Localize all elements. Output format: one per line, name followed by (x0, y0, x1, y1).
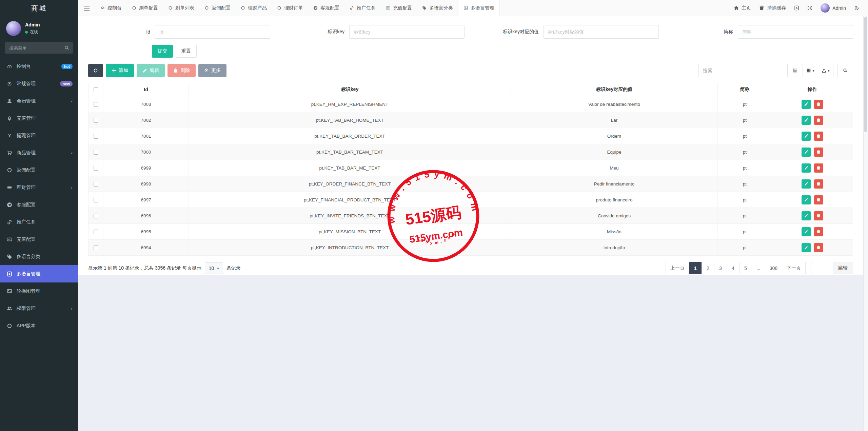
fullscreen-button[interactable] (807, 5, 812, 11)
columns-button[interactable]: ▾ (803, 64, 818, 77)
nav-tab[interactable]: 刷单列表 (163, 0, 199, 16)
nav-tab[interactable]: 推广任务 (344, 0, 381, 16)
translate-icon (7, 271, 12, 277)
sidebar-item[interactable]: 提现管理 (0, 127, 78, 144)
sidebar-item[interactable]: 控制台 hot (0, 58, 78, 75)
home-button[interactable]: 主页 (734, 5, 751, 11)
row-edit-button[interactable] (802, 116, 811, 125)
sidebar-item[interactable]: 客服配置 (0, 196, 78, 213)
row-edit-button[interactable] (802, 211, 811, 220)
page-number-button[interactable]: 2 (702, 262, 714, 274)
page-number-button[interactable]: 5 (739, 262, 752, 274)
row-checkbox[interactable] (94, 118, 98, 123)
table-row: 6995 pt,KEY_MISSION_BTN_TEXT Missão pt (88, 224, 853, 240)
filter-input[interactable] (738, 25, 853, 39)
detail-view-button[interactable] (787, 64, 803, 77)
sidebar-item[interactable]: 推广任务 (0, 213, 78, 231)
row-delete-button[interactable] (814, 211, 823, 220)
delete-button[interactable]: 删除 (167, 64, 196, 77)
nav-tab[interactable]: 多语言分类 (417, 0, 458, 16)
sidebar-item[interactable]: 多语言分类 (0, 248, 78, 265)
row-checkbox[interactable] (94, 102, 98, 107)
nav-tab[interactable]: 返佣配置 (199, 0, 236, 16)
sidebar-item[interactable]: 充值管理 (0, 110, 78, 127)
row-delete-button[interactable] (814, 132, 823, 141)
filter-input[interactable] (155, 25, 270, 39)
page-number-button[interactable]: 3 (714, 262, 727, 274)
row-edit-button[interactable] (802, 148, 811, 157)
translate-button[interactable] (794, 5, 799, 11)
page-number-button[interactable]: 306 (765, 262, 782, 274)
sidebar-item[interactable]: 充值配置 (0, 231, 78, 248)
row-delete-button[interactable] (814, 116, 823, 125)
sidebar-item[interactable]: 商品管理 ‹ (0, 144, 78, 161)
user-menu[interactable]: Admin (821, 3, 846, 13)
chevron-left-icon: ‹ (71, 184, 73, 190)
row-checkbox[interactable] (94, 198, 98, 202)
sidebar-search-input[interactable] (5, 42, 73, 54)
scrollbar-thumb[interactable] (864, 17, 867, 132)
row-edit-button[interactable] (802, 100, 811, 109)
sidebar-item[interactable]: APP版本 (0, 317, 78, 334)
row-delete-button[interactable] (814, 195, 823, 204)
row-edit-button[interactable] (802, 195, 811, 204)
export-button[interactable]: ▾ (818, 64, 833, 77)
row-checkbox[interactable] (94, 150, 98, 155)
nav-tab[interactable]: 多语言管理 (458, 0, 500, 16)
nav-tab[interactable]: 刷单配置 (127, 0, 163, 16)
table-search-input[interactable] (698, 64, 783, 77)
row-delete-button[interactable] (814, 227, 823, 236)
nav-tab[interactable]: 客服配置 (308, 0, 344, 16)
submit-button[interactable]: 提交 (152, 45, 173, 58)
nav-tab[interactable]: 理财产品 (236, 0, 272, 16)
per-page-select[interactable]: 10 ▴ (205, 262, 223, 274)
row-checkbox[interactable] (94, 166, 98, 171)
page-number-button[interactable]: 1 (689, 262, 702, 274)
row-delete-button[interactable] (814, 179, 823, 189)
row-edit-button[interactable] (802, 243, 811, 252)
row-checkbox[interactable] (94, 214, 98, 218)
settings-button[interactable] (854, 5, 859, 11)
page-number-button[interactable]: 4 (727, 262, 739, 274)
sidebar-item[interactable]: 多语言管理 (0, 265, 78, 282)
row-checkbox[interactable] (94, 134, 98, 139)
jump-button[interactable]: 跳转 (833, 262, 853, 274)
refresh-button[interactable] (88, 64, 103, 77)
row-delete-button[interactable] (814, 243, 823, 252)
reset-button[interactable]: 重置 (176, 45, 197, 58)
scrollbar[interactable] (863, 16, 868, 431)
edit-button[interactable]: 编辑 (137, 64, 165, 77)
row-edit-button[interactable] (802, 179, 811, 189)
row-delete-button[interactable] (814, 163, 823, 173)
hamburger-menu-icon[interactable] (78, 0, 95, 16)
row-delete-button[interactable] (814, 100, 823, 109)
sidebar-item[interactable]: 返佣配置 (0, 161, 78, 179)
sidebar-item[interactable]: 会员管理 ‹ (0, 92, 78, 110)
row-edit-button[interactable] (802, 132, 811, 141)
prev-page-button[interactable]: 上一页 (666, 262, 689, 274)
nav-tab[interactable]: 控制台 (95, 0, 127, 16)
row-checkbox[interactable] (94, 182, 98, 187)
sidebar-item[interactable]: 常规管理 new (0, 75, 78, 92)
page-number-button[interactable]: ... (752, 262, 765, 274)
filter-input[interactable] (349, 25, 465, 39)
search-toggle-button[interactable] (837, 64, 853, 77)
sidebar-item[interactable]: 轮播图管理 (0, 282, 78, 300)
nav-tab[interactable]: 理财订单 (272, 0, 308, 16)
add-button[interactable]: 添加 (106, 64, 134, 77)
clear-cache-button[interactable]: 清除缓存 (759, 5, 786, 11)
next-page-button[interactable]: 下一页 (782, 262, 806, 274)
table-row: 7001 pt,KEY_TAB_BAR_ORDER_TEXT Ordem pt (88, 128, 853, 144)
row-checkbox[interactable] (94, 246, 98, 250)
row-checkbox[interactable] (94, 230, 98, 234)
sidebar-item[interactable]: 理财管理 ‹ (0, 179, 78, 196)
select-all-checkbox[interactable] (94, 87, 98, 92)
sidebar-item[interactable]: 权限管理 ‹ (0, 300, 78, 317)
row-delete-button[interactable] (814, 148, 823, 157)
jump-page-input[interactable] (811, 262, 829, 274)
more-button[interactable]: 更多 (198, 64, 226, 77)
filter-input[interactable] (544, 25, 659, 39)
nav-tab[interactable]: 充值配置 (381, 0, 417, 16)
row-edit-button[interactable] (802, 227, 811, 236)
row-edit-button[interactable] (802, 163, 811, 173)
